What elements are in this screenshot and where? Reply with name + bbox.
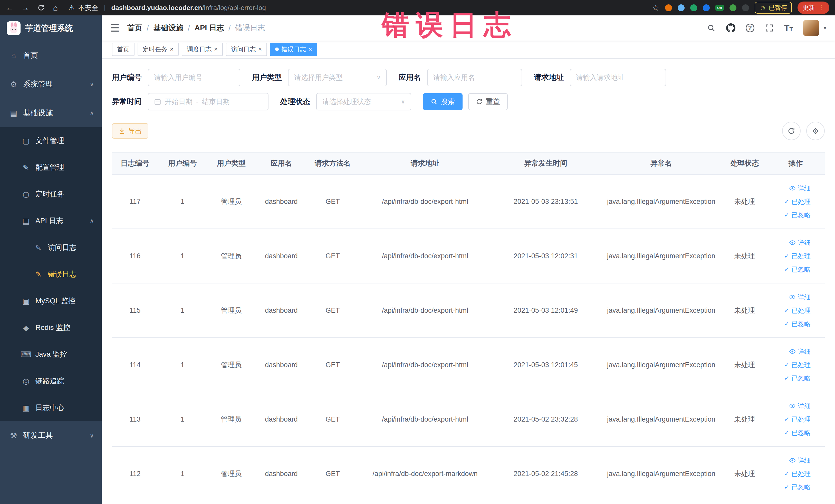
column-header: 应用名: [256, 152, 307, 174]
request-url-input[interactable]: [570, 69, 666, 86]
mark-ignored-link[interactable]: ✓已忽略: [769, 426, 811, 439]
star-icon[interactable]: ☆: [652, 4, 659, 12]
log-center-icon: ▥: [20, 403, 32, 412]
chevron-down-icon: ∨: [401, 98, 405, 105]
cell-exception: java.lang.IllegalArgumentException: [599, 283, 723, 338]
close-icon[interactable]: ×: [258, 46, 262, 53]
sidebar-item-label: API 日志: [36, 216, 63, 226]
breadcrumb-item[interactable]: API 日志: [195, 23, 224, 33]
tab-item[interactable]: 访问日志×: [226, 43, 267, 56]
detail-link[interactable]: 详细: [769, 399, 811, 412]
mark-ignored-link[interactable]: ✓已忽略: [769, 371, 811, 385]
fullscreen-icon[interactable]: [765, 23, 774, 33]
extension-icon[interactable]: [678, 4, 685, 11]
sidebar-item[interactable]: ▥日志中心: [0, 395, 102, 421]
mark-ignored-link[interactable]: ✓已忽略: [769, 317, 811, 330]
column-header: 处理状态: [723, 152, 767, 174]
sidebar-item[interactable]: ✎访问日志: [0, 234, 102, 261]
check-icon: ✓: [784, 263, 789, 276]
sidebar-item[interactable]: ◷定时任务: [0, 181, 102, 207]
mark-ignored-link[interactable]: ✓已忽略: [769, 208, 811, 222]
hamburger-icon[interactable]: ☰: [110, 23, 120, 33]
detail-label: 详细: [798, 182, 811, 195]
font-size-icon[interactable]: TT: [784, 23, 793, 33]
sidebar-item[interactable]: ✎配置管理: [0, 154, 102, 181]
tab-item[interactable]: 定时任务×: [138, 43, 179, 56]
process-status-select[interactable]: 请选择处理状态 ∨: [316, 93, 411, 110]
refresh-table-button[interactable]: [782, 122, 801, 140]
cell-id: 113: [112, 392, 158, 446]
tab-item[interactable]: 首页: [112, 43, 135, 56]
sidebar-item[interactable]: ⚙系统管理∨: [0, 70, 102, 99]
cell-user-id: 1: [158, 392, 207, 446]
sidebar-item[interactable]: ⌨Java 监控: [0, 341, 102, 368]
sidebar-item[interactable]: ⌂首页: [0, 41, 102, 70]
sidebar-item[interactable]: ⚒研发工具∨: [0, 421, 102, 450]
browser-update-button[interactable]: 更新 ⋮: [797, 2, 829, 14]
paused-profile-badge[interactable]: ☺ 已暂停: [755, 2, 792, 14]
date-range-picker[interactable]: 开始日期 - 结束日期: [148, 93, 268, 110]
detail-label: 详细: [798, 345, 811, 358]
mark-processed-link[interactable]: ✓已处理: [769, 304, 811, 317]
reload-icon[interactable]: [37, 3, 46, 12]
extension-icon[interactable]: [703, 4, 710, 11]
address-bar[interactable]: ⚠ 不安全 | dashboard.yudao.iocoder.cn/infra…: [68, 3, 266, 12]
mark-ignored-link[interactable]: ✓已忽略: [769, 480, 811, 494]
sidebar-item[interactable]: ◎链路追踪: [0, 368, 102, 395]
sidebar-item[interactable]: ✎错误日志: [0, 261, 102, 287]
tab-item[interactable]: 调度日志×: [182, 43, 223, 56]
extension-icon[interactable]: [730, 4, 736, 11]
detail-link[interactable]: 详细: [769, 454, 811, 467]
breadcrumb-item[interactable]: 基础设施: [154, 23, 183, 33]
close-icon[interactable]: ×: [170, 46, 174, 53]
forward-icon[interactable]: →: [21, 4, 29, 12]
cell-id: 117: [112, 174, 158, 229]
mark-processed-link[interactable]: ✓已处理: [769, 249, 811, 263]
request-url-label: 请求地址: [534, 73, 564, 83]
app-name-input[interactable]: [427, 69, 522, 86]
column-settings-button[interactable]: ⚙: [806, 122, 825, 140]
detail-link[interactable]: 详细: [769, 182, 811, 195]
logo[interactable]: 芋道管理系统: [0, 15, 102, 41]
breadcrumb: 首页/基础设施/API 日志/错误日志: [127, 23, 265, 33]
mark-processed-link[interactable]: ✓已处理: [769, 358, 811, 371]
sidebar-item[interactable]: ▣MySQL 监控: [0, 287, 102, 314]
sidebar-item[interactable]: ◈Redis 监控: [0, 314, 102, 341]
mark-processed-link[interactable]: ✓已处理: [769, 195, 811, 208]
cell-id: 112: [112, 446, 158, 501]
breadcrumb-item[interactable]: 首页: [127, 23, 142, 33]
detail-link[interactable]: 详细: [769, 290, 811, 304]
mark-processed-link[interactable]: ✓已处理: [769, 412, 811, 426]
mark-processed-link[interactable]: ✓已处理: [769, 467, 811, 480]
cell-user-id: 1: [158, 446, 207, 501]
sidebar-item[interactable]: ▢文件管理: [0, 127, 102, 154]
github-icon[interactable]: [726, 23, 735, 33]
sidebar-item[interactable]: ▤基础设施∧: [0, 99, 102, 127]
profile-face-icon: ☺: [759, 4, 766, 12]
row-actions: 详细✓已处理✓已忽略: [767, 338, 825, 392]
cell-time: 2021-05-03 12:02:31: [492, 229, 599, 283]
mark-ignored-link[interactable]: ✓已忽略: [769, 263, 811, 276]
close-icon[interactable]: ×: [308, 46, 312, 53]
search-icon[interactable]: [707, 23, 716, 33]
user-id-input[interactable]: [148, 69, 240, 86]
detail-link[interactable]: 详细: [769, 345, 811, 358]
back-icon[interactable]: ←: [6, 4, 14, 12]
home-icon[interactable]: ⌂: [53, 4, 58, 12]
processed-label: 已处理: [791, 304, 811, 317]
tab-active[interactable]: 错误日志×: [270, 43, 317, 56]
user-type-select[interactable]: 请选择用户类型 ∨: [288, 69, 387, 86]
extension-icon[interactable]: [665, 4, 672, 11]
avatar[interactable]: [803, 20, 819, 36]
detail-link[interactable]: 详细: [769, 236, 811, 249]
reset-button[interactable]: 重置: [468, 93, 508, 110]
extension-on-badge[interactable]: on: [715, 5, 724, 11]
export-button[interactable]: 导出: [112, 123, 148, 139]
search-button[interactable]: 搜索: [423, 93, 463, 110]
check-icon: ✓: [784, 249, 789, 263]
extension-icon[interactable]: [742, 4, 749, 11]
help-icon[interactable]: ?: [746, 24, 754, 32]
extension-icon[interactable]: [690, 4, 697, 11]
close-icon[interactable]: ×: [214, 46, 218, 53]
sidebar-item[interactable]: ▤API 日志∧: [0, 207, 102, 234]
